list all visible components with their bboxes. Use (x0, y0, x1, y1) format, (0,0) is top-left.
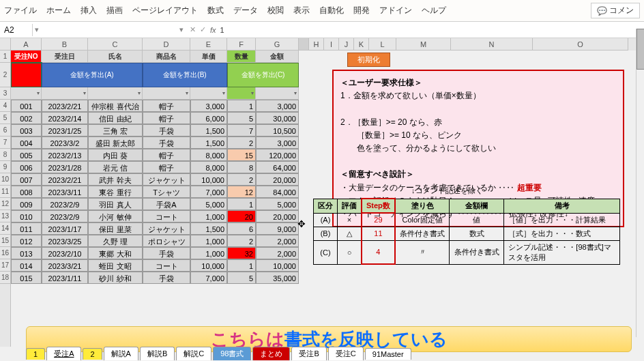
cell[interactable]: 35,000 (256, 272, 299, 284)
cell[interactable]: 014 (11, 259, 42, 272)
cell[interactable]: 東郷 大和 (88, 247, 143, 259)
cell[interactable]: 10,000 (190, 259, 227, 272)
cell[interactable]: 10,500 (256, 124, 299, 136)
rh-7[interactable]: 7 (0, 136, 10, 149)
cell[interactable]: 2023/1/25 (42, 124, 88, 136)
cell[interactable]: 2023/1/28 (42, 161, 88, 173)
rh-2[interactable]: 2 (0, 63, 10, 87)
scrollbar-thumb[interactable] (636, 29, 644, 70)
ch-O[interactable]: O (533, 38, 628, 50)
ribbon-help[interactable]: ヘルプ (422, 5, 446, 16)
cell[interactable]: 2023/3/2 (42, 136, 88, 149)
cell[interactable]: 1,000 (190, 247, 227, 259)
rh-6[interactable]: 6 (0, 124, 10, 136)
cell[interactable]: コート (143, 210, 190, 222)
cell[interactable]: 120,000 (256, 149, 299, 161)
ch-K[interactable]: K (354, 38, 369, 50)
rh-8[interactable]: 8 (0, 149, 10, 161)
ribbon-home[interactable]: ホーム (46, 5, 71, 16)
filter-name[interactable] (88, 87, 143, 100)
cell[interactable]: 20,000 (256, 210, 299, 222)
cell[interactable]: 30,000 (256, 112, 299, 124)
cell[interactable]: 2023/2/9 (42, 198, 88, 210)
cell[interactable]: 信田 由紀 (88, 112, 143, 124)
cell[interactable]: 003 (11, 124, 42, 136)
cell[interactable]: 手袋A (143, 198, 190, 210)
cell[interactable]: 2023/3/25 (42, 235, 88, 247)
cell[interactable]: 006 (11, 161, 42, 173)
ribbon-dev[interactable]: 開発 (353, 5, 370, 16)
cell[interactable]: 1,000 (190, 210, 227, 222)
rh-12[interactable]: 12 (0, 198, 10, 210)
ch-I[interactable]: I (324, 38, 339, 50)
rh-18[interactable]: 18 (0, 272, 10, 284)
filter-item[interactable] (143, 87, 190, 100)
cell[interactable]: 001 (11, 100, 42, 112)
cell[interactable]: 007 (11, 173, 42, 186)
cell[interactable]: 013 (11, 247, 42, 259)
calc-c-button[interactable]: 金額を算出(C) (227, 63, 299, 87)
rh-5[interactable]: 5 (0, 112, 10, 124)
cell[interactable]: 5,000 (190, 198, 227, 210)
calc-a-button[interactable]: 金額を算出(A) (42, 63, 143, 87)
enter-icon[interactable]: ✓ (200, 25, 206, 34)
cell[interactable]: 6,000 (190, 112, 227, 124)
cell[interactable]: 3,000 (190, 100, 227, 112)
cell[interactable]: 8,000 (190, 161, 227, 173)
cell[interactable]: 仲宗根 喜代治 (88, 100, 143, 112)
tab-expl-c[interactable]: 解説C (176, 347, 211, 360)
cell[interactable]: 008 (11, 186, 42, 198)
tab-91master[interactable]: 91Master (365, 348, 411, 360)
cell[interactable]: 004 (11, 136, 42, 149)
filter-price[interactable] (190, 87, 227, 100)
cell[interactable]: 2 (227, 136, 256, 149)
tab-1[interactable]: 1 (26, 348, 45, 360)
cell[interactable]: 005 (11, 149, 42, 161)
cell[interactable]: 砂川 紗和 (88, 272, 143, 284)
cell[interactable]: 84,000 (256, 186, 299, 198)
tab-98format[interactable]: 98書式 (213, 347, 251, 360)
cell[interactable]: ジャケット (143, 173, 190, 186)
cell[interactable]: 久野 理 (88, 235, 143, 247)
rh-13[interactable]: 13 (0, 210, 10, 222)
cell[interactable]: 2023/2/10 (42, 247, 88, 259)
cell[interactable]: 2023/2/13 (42, 149, 88, 161)
ch-C[interactable]: C (88, 38, 143, 50)
cell[interactable]: 1 (227, 259, 256, 272)
cell[interactable]: 64,000 (256, 161, 299, 173)
cell[interactable]: 武井 幹夫 (88, 173, 143, 186)
rh-11[interactable]: 11 (0, 186, 10, 198)
cell[interactable]: Tシャツ (143, 186, 190, 198)
cell[interactable]: 5,000 (256, 198, 299, 210)
cell[interactable]: 小河 敏伸 (88, 210, 143, 222)
cell-A2[interactable] (11, 63, 42, 87)
cell[interactable]: 蛭田 文昭 (88, 259, 143, 272)
cell[interactable]: 1 (227, 100, 256, 112)
ribbon-layout[interactable]: ページレイアウト (132, 5, 198, 16)
cell[interactable]: 1,500 (190, 136, 227, 149)
cell[interactable]: 1,500 (190, 222, 227, 235)
ribbon-review[interactable]: 校閲 (267, 5, 284, 16)
init-button[interactable]: 初期化 (347, 53, 390, 67)
cell[interactable]: 011 (11, 222, 42, 235)
filter-date[interactable] (42, 87, 88, 100)
cell[interactable]: 012 (11, 235, 42, 247)
cell[interactable]: 8 (227, 161, 256, 173)
cell[interactable]: ジャケット (143, 222, 190, 235)
cell[interactable]: 手袋 (143, 124, 190, 136)
cell[interactable]: 帽子 (143, 161, 190, 173)
cell[interactable]: 010 (11, 210, 42, 222)
cell[interactable]: 2023/2/14 (42, 112, 88, 124)
cell[interactable]: 2023/1/17 (42, 222, 88, 235)
filter-no[interactable] (11, 87, 42, 100)
ch-A[interactable]: A (11, 38, 42, 50)
cell[interactable]: 2023/2/9 (42, 210, 88, 222)
cell[interactable]: 帽子 (143, 112, 190, 124)
cell[interactable]: 009 (11, 198, 42, 210)
cell[interactable]: 内田 葵 (88, 149, 143, 161)
cell[interactable]: 15 (227, 149, 256, 161)
ch-L[interactable]: L (369, 38, 396, 50)
cell[interactable]: 保田 里菜 (88, 222, 143, 235)
cell[interactable]: 2 (227, 235, 256, 247)
cell[interactable]: 3,000 (256, 100, 299, 112)
